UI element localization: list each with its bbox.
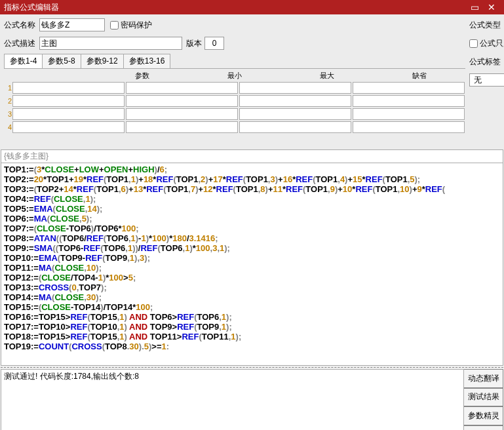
param-max-input[interactable] xyxy=(239,95,351,107)
usage-button[interactable]: 用法注释 xyxy=(464,425,503,431)
param-def-input[interactable] xyxy=(353,121,465,133)
form-panel: 公式名称 密码保护 公式描述 版本 参数1-4 参数5-8 参数9-12 参数1… xyxy=(0,14,504,149)
param-name-input[interactable] xyxy=(12,82,125,94)
param-table: 参数 最小 最大 缺省 1234 xyxy=(4,70,465,134)
param-name-input[interactable] xyxy=(12,95,125,107)
param-min-input[interactable] xyxy=(126,121,238,133)
pwd-label: 密码保护 xyxy=(121,20,152,31)
minimize-button[interactable]: ▭ xyxy=(466,2,483,12)
param-max-input[interactable] xyxy=(239,121,351,133)
code-editor[interactable]: TOP1:=(3*CLOSE+LOW+OPEN+HIGH)/6;TOP2:=20… xyxy=(1,163,503,366)
tab-params-1-4[interactable]: 参数1-4 xyxy=(4,54,43,68)
desc-input[interactable] xyxy=(39,37,182,50)
ver-input[interactable] xyxy=(204,37,224,50)
tag-label: 公式标签 xyxy=(469,56,504,68)
pc-only-label: 公式只用于PC xyxy=(480,38,504,49)
desc-label: 公式描述 xyxy=(4,38,39,49)
name-label: 公式名称 xyxy=(4,20,39,31)
param-max-input[interactable] xyxy=(239,82,351,94)
param-hdr-name: 参数 xyxy=(96,70,189,81)
param-max-input[interactable] xyxy=(239,108,351,120)
pc-only-checkbox[interactable] xyxy=(469,39,478,48)
param-hdr-min: 最小 xyxy=(189,70,281,81)
param-hdr-def: 缺省 xyxy=(373,70,465,81)
param-def-input[interactable] xyxy=(353,82,465,94)
name-input[interactable] xyxy=(39,18,105,31)
status-message: 测试通过! 代码长度:1784,输出线个数:8 xyxy=(1,369,464,430)
param-name-input[interactable] xyxy=(12,121,125,133)
test-result-button[interactable]: 测试结果 xyxy=(464,388,503,407)
dyn-trans-button[interactable]: 动态翻译 xyxy=(464,369,503,388)
window-title: 指标公式编辑器 xyxy=(4,2,466,13)
close-button[interactable]: ✕ xyxy=(483,2,500,12)
tab-params-13-16[interactable]: 参数13-16 xyxy=(123,54,171,68)
param-tabs: 参数1-4 参数5-8 参数9-12 参数13-16 xyxy=(4,54,465,69)
param-name-input[interactable] xyxy=(12,108,125,120)
type-label: 公式类型 xyxy=(469,20,504,31)
param-hdr-max: 最大 xyxy=(281,70,373,81)
param-row: 1 xyxy=(4,81,465,94)
tab-params-5-8[interactable]: 参数5-8 xyxy=(42,54,81,68)
param-row: 2 xyxy=(4,94,465,108)
tag-select[interactable]: 无 xyxy=(469,73,504,87)
param-wizard-button[interactable]: 参数精灵 xyxy=(464,406,503,425)
param-row: 3 xyxy=(4,108,465,121)
param-min-input[interactable] xyxy=(126,82,238,94)
code-header: {钱多多主图} xyxy=(1,149,503,163)
ver-label: 版本 xyxy=(186,38,202,49)
title-bar: 指标公式编辑器 ▭ ✕ xyxy=(0,0,504,14)
param-def-input[interactable] xyxy=(353,95,465,107)
param-row: 4 xyxy=(4,121,465,134)
tab-params-9-12[interactable]: 参数9-12 xyxy=(81,54,124,68)
param-min-input[interactable] xyxy=(126,95,238,107)
splitter[interactable] xyxy=(1,367,503,368)
param-min-input[interactable] xyxy=(126,108,238,120)
param-def-input[interactable] xyxy=(353,108,465,120)
pwd-checkbox[interactable] xyxy=(110,21,119,29)
